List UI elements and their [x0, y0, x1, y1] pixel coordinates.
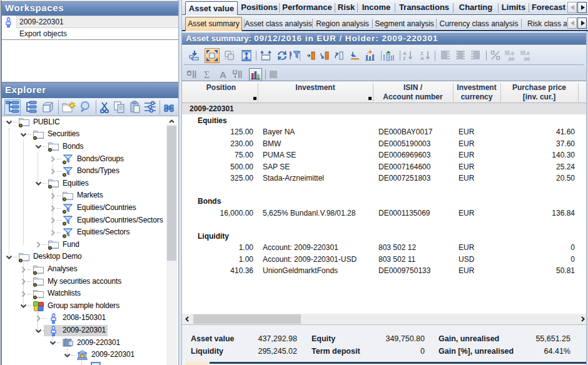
svg-text:A: A: [220, 69, 226, 80]
svg-text:.00: .00: [507, 56, 515, 62]
svg-text:A: A: [420, 56, 424, 61]
svg-text:.00: .00: [523, 56, 530, 62]
svg-text:Σ: Σ: [204, 69, 210, 80]
svg-text:Z: Z: [403, 56, 406, 61]
